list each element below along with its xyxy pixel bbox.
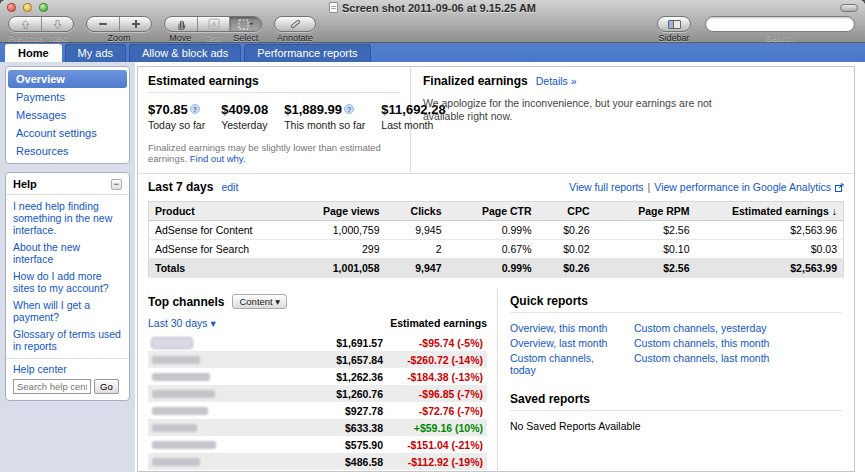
sidebar-item-account-settings[interactable]: Account settings (8, 124, 127, 142)
channel-name-redacted[interactable] (152, 407, 208, 415)
move-tool-button[interactable] (165, 17, 197, 31)
window-chrome: Screen shot 2011-09-06 at 9.15.25 AM Pre… (0, 0, 865, 43)
saved-reports-empty-text: No Saved Reports Available (510, 420, 842, 432)
table-cell: 2 (386, 240, 448, 259)
link-separator: | (648, 181, 651, 193)
channel-name-redacted[interactable] (152, 424, 197, 432)
channel-name-redacted[interactable] (152, 441, 216, 449)
stat-label: This month so far (284, 119, 365, 131)
help-link-5[interactable]: Glossary of terms used in reports (13, 328, 122, 352)
help-link-4[interactable]: When will I get a payment? (13, 299, 122, 323)
tab-allow-block-ads[interactable]: Allow & block ads (129, 44, 241, 62)
channel-type-dropdown[interactable]: Content ▾ (232, 294, 287, 309)
help-question-icon[interactable]: ? (344, 104, 354, 114)
table-cell: 0.99% (448, 221, 538, 240)
up-arrow-icon (20, 19, 31, 30)
sidebar-item-resources[interactable]: Resources (8, 142, 127, 160)
toolbar: Previous Next Zoom (0, 15, 865, 43)
help-question-icon[interactable]: ? (190, 104, 200, 114)
quick-report-link-2[interactable]: Custom channels, yesterday (634, 322, 842, 334)
edit-link[interactable]: edit (221, 181, 238, 193)
column-header-6: Estimated earnings ↓ (696, 202, 844, 221)
stat-today-so-far: $70.85?Today so far (148, 102, 205, 131)
top-channels-panel: Top channels Content ▾ Last 30 days ▾ Es… (138, 288, 498, 472)
text-tool-button[interactable]: A (197, 17, 229, 31)
zoom-in-button[interactable] (119, 17, 151, 31)
table-cell: AdSense for Search (149, 240, 274, 259)
left-sidebar: OverviewPaymentsMessagesAccount settings… (0, 62, 135, 472)
minus-icon (98, 19, 108, 29)
sidebar-toggle-button[interactable] (658, 17, 690, 31)
sidebar-item-messages[interactable]: Messages (8, 106, 127, 124)
quick-report-link-4[interactable]: Custom channels, this month (634, 337, 842, 349)
tab-home[interactable]: Home (5, 44, 62, 62)
channel-name-redacted[interactable] (152, 356, 200, 364)
sidebar-toggle-group: Sidebar (657, 16, 691, 43)
help-link-3[interactable]: How do I add more sites to my account? (13, 270, 122, 294)
tab-performance-reports[interactable]: Performance reports (244, 44, 370, 62)
period-dropdown-link[interactable]: Last 30 days ▾ (148, 317, 216, 329)
quick-reports-title: Quick reports (510, 294, 842, 313)
window-title-text: Screen shot 2011-09-06 at 9.15.25 AM (342, 2, 536, 14)
titlebar[interactable]: Screen shot 2011-09-06 at 9.15.25 AM (0, 0, 865, 15)
svg-text:A: A (211, 20, 217, 29)
channel-change: -$95.74 (-5%) (383, 337, 483, 349)
help-search-go-button[interactable]: Go (94, 379, 119, 394)
analytics-link[interactable]: View performance in Google Analytics (654, 181, 831, 193)
reports-panel: Quick reports Overview, this monthCustom… (498, 288, 854, 472)
window-search-field[interactable] (705, 16, 855, 32)
quick-report-link-6[interactable]: Custom channels, last month (634, 352, 842, 376)
window-title: Screen shot 2011-09-06 at 9.15.25 AM (329, 2, 536, 14)
previous-button[interactable] (9, 17, 41, 31)
channel-row: $1,260.76-$96.85 (-7%) (148, 385, 487, 402)
zoom-window-button[interactable] (39, 3, 48, 12)
finalized-earnings-message: We apologize for the inconvenience, but … (423, 97, 753, 123)
quick-report-link-3[interactable]: Overview, last month (510, 337, 618, 349)
column-header-5: Page RPM (596, 202, 696, 221)
table-cell: 9,945 (386, 221, 448, 240)
previous-label: Previous (8, 33, 43, 43)
channel-earnings: $486.58 (295, 456, 383, 468)
collapse-help-button[interactable]: − (111, 179, 122, 190)
channel-name-redacted[interactable] (152, 390, 215, 398)
sidebar-item-payments[interactable]: Payments (8, 88, 127, 106)
channel-name-redacted[interactable] (152, 458, 200, 466)
table-cell: $0.03 (696, 240, 844, 259)
table-cell: 299 (274, 240, 386, 259)
select-tool-button[interactable] (229, 17, 261, 31)
channel-name-redacted[interactable] (152, 338, 192, 348)
channel-list: $1,691.57-$95.74 (-5%)$1,657.84-$260.72 … (148, 334, 487, 472)
window-search-input[interactable] (712, 18, 848, 31)
help-link-1[interactable]: I need help finding something in the new… (13, 200, 122, 236)
details-link[interactable]: Details » (536, 75, 577, 87)
minimize-button[interactable] (23, 3, 32, 12)
close-button[interactable] (7, 3, 16, 12)
channel-name-redacted[interactable] (152, 373, 210, 381)
channel-change: -$112.92 (-19%) (383, 456, 483, 468)
view-full-reports-link[interactable]: View full reports (569, 181, 644, 193)
sidebar-item-overview[interactable]: Overview (8, 70, 127, 88)
find-out-why-link[interactable]: Find out why. (190, 153, 246, 164)
help-center-link[interactable]: Help center (13, 363, 122, 375)
quick-report-link-1[interactable]: Overview, this month (510, 322, 618, 334)
pen-icon (290, 19, 301, 29)
annotate-group: Annotate (274, 16, 316, 43)
tab-my-ads[interactable]: My ads (65, 44, 126, 62)
estimated-earnings-column-header: Estimated earnings (390, 317, 487, 329)
quick-report-link-5[interactable]: Custom channels, today (510, 352, 618, 376)
zoom-out-button[interactable] (87, 17, 119, 31)
channel-earnings: $1,691.57 (295, 337, 383, 349)
toolbar-toggle-button[interactable] (840, 4, 858, 12)
estimated-earnings-panel: Estimated earnings $70.85?Today so far$4… (138, 67, 411, 173)
annotate-button[interactable] (275, 17, 315, 31)
zoom-label: Zoom (86, 33, 152, 43)
channel-row: $633.38+$59.16 (10%) (148, 419, 487, 436)
channel-change: +$59.16 (10%) (383, 422, 483, 434)
stat-yesterday: $409.08Yesterday (221, 102, 268, 131)
help-link-2[interactable]: About the new interface (13, 241, 122, 265)
last-7-days-section: Last 7 days edit View full reports | Vie… (138, 174, 854, 288)
table-cell: 1,000,759 (274, 221, 386, 240)
next-button[interactable] (41, 17, 73, 31)
stat-label: Yesterday (221, 119, 268, 131)
help-search-input[interactable] (13, 379, 91, 394)
